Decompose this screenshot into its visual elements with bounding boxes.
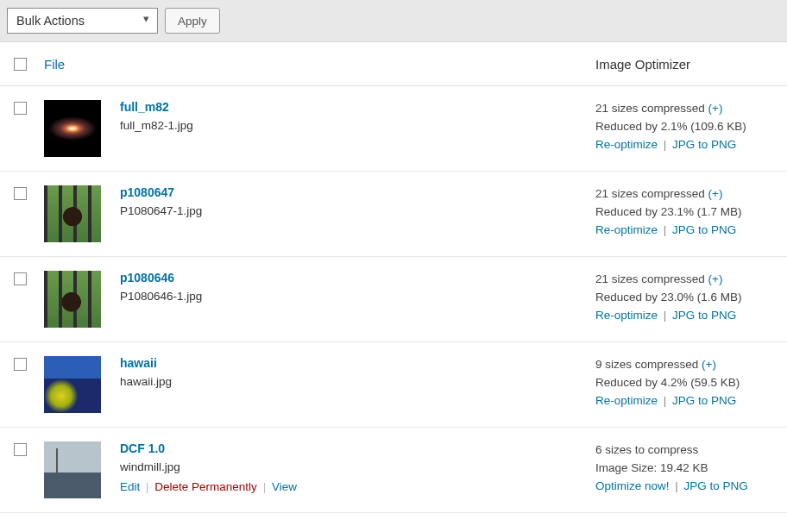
select-all-checkbox[interactable] — [14, 58, 27, 71]
view-link[interactable]: View — [272, 480, 297, 493]
file-title[interactable]: p1080647 — [120, 185, 202, 199]
reduced-by: Reduced by 2.1% (109.6 KB) — [595, 118, 778, 136]
file-name: P1080646-1.jpg — [120, 290, 202, 303]
action-a-link[interactable]: Re-optimize — [595, 309, 658, 322]
reduced-by: Reduced by 23.1% (1.7 MB) — [595, 203, 778, 222]
action-b-link[interactable]: JPG to PNG — [672, 309, 736, 322]
table-row: hawaii hawaii.jpg Edit | Delete Permanen… — [0, 342, 787, 428]
file-title[interactable]: hawaii — [120, 356, 172, 370]
reduced-by: Image Size: 19.42 KB — [595, 460, 778, 478]
file-name: P1080647-1.jpg — [120, 204, 202, 217]
file-name: full_m82-1.jpg — [120, 119, 193, 132]
table-row: p1080646 P1080646-1.jpg Edit | Delete Pe… — [0, 257, 787, 342]
thumbnail[interactable] — [44, 356, 101, 413]
row-checkbox[interactable] — [14, 443, 27, 456]
bulk-actions-select[interactable]: Bulk Actions — [7, 8, 158, 34]
file-name: hawaii.jpg — [120, 375, 172, 388]
action-a-link[interactable]: Re-optimize — [595, 138, 658, 151]
thumbnail[interactable] — [44, 441, 101, 498]
edit-link[interactable]: Edit — [120, 480, 140, 493]
action-b-link[interactable]: JPG to PNG — [672, 394, 736, 407]
sizes-compressed: 21 sizes compressed — [595, 102, 708, 115]
expand-plus[interactable]: (+) — [708, 187, 723, 200]
bulk-toolbar: Bulk Actions Apply — [0, 0, 787, 42]
sizes-compressed: 6 sizes to compress — [595, 443, 698, 456]
column-header-optimizer: Image Optimizer — [587, 42, 787, 86]
media-table: File Image Optimizer full_m82 full_m82-1… — [0, 42, 787, 513]
table-row: DCF 1.0 windmill.jpg Edit | Delete Perma… — [0, 428, 787, 513]
sizes-compressed: 9 sizes compressed — [595, 358, 702, 371]
sizes-compressed: 21 sizes compressed — [595, 187, 708, 200]
action-a-link[interactable]: Optimize now! — [595, 479, 670, 492]
column-header-file[interactable]: File — [35, 42, 587, 86]
file-name: windmill.jpg — [120, 460, 297, 473]
apply-button[interactable]: Apply — [165, 8, 220, 34]
thumbnail[interactable] — [44, 185, 101, 242]
row-checkbox[interactable] — [14, 102, 27, 115]
action-b-link[interactable]: JPG to PNG — [672, 138, 736, 151]
thumbnail[interactable] — [44, 271, 101, 328]
row-checkbox[interactable] — [14, 272, 27, 285]
reduced-by: Reduced by 4.2% (59.5 KB) — [595, 374, 778, 392]
action-a-link[interactable]: Re-optimize — [595, 223, 658, 236]
row-checkbox[interactable] — [14, 187, 27, 200]
row-actions: Edit | Delete Permanently | View — [120, 480, 297, 493]
action-b-link[interactable]: JPG to PNG — [672, 223, 736, 236]
expand-plus[interactable]: (+) — [702, 358, 716, 371]
thumbnail[interactable] — [44, 100, 101, 157]
action-a-link[interactable]: Re-optimize — [595, 394, 658, 407]
action-b-link[interactable]: JPG to PNG — [684, 479, 748, 492]
expand-plus[interactable]: (+) — [708, 272, 723, 285]
file-title[interactable]: DCF 1.0 — [120, 441, 297, 455]
file-title[interactable]: p1080646 — [120, 271, 202, 285]
sizes-compressed: 21 sizes compressed — [595, 272, 708, 285]
delete-link[interactable]: Delete Permanently — [154, 480, 257, 493]
reduced-by: Reduced by 23.0% (1.6 MB) — [595, 289, 778, 307]
table-row: full_m82 full_m82-1.jpg Edit | Delete Pe… — [0, 86, 787, 172]
row-checkbox[interactable] — [14, 358, 27, 371]
table-row: p1080647 P1080647-1.jpg Edit | Delete Pe… — [0, 172, 787, 257]
expand-plus[interactable]: (+) — [708, 102, 723, 115]
file-title[interactable]: full_m82 — [120, 100, 193, 114]
